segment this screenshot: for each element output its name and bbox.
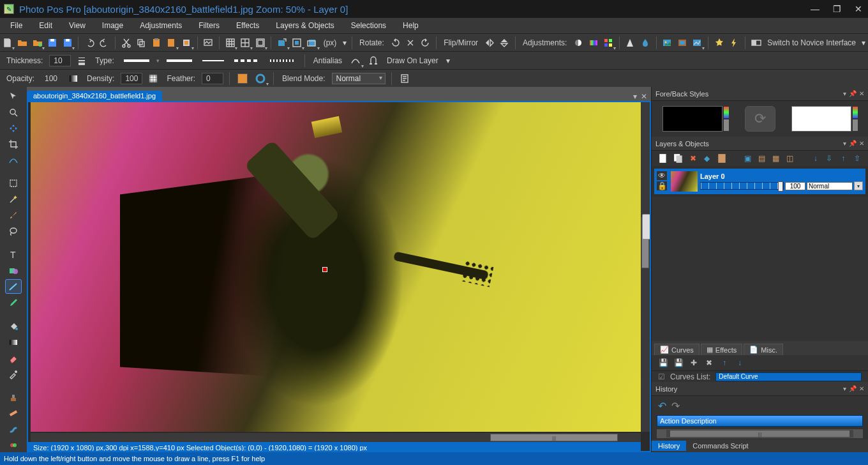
flip-h-button[interactable] <box>483 36 495 50</box>
density-pattern-icon[interactable] <box>146 72 160 86</box>
tool-crop[interactable] <box>6 137 21 151</box>
layer-delete-icon[interactable]: ✖ <box>689 153 698 164</box>
layer-info-icon[interactable]: ◆ <box>703 153 712 164</box>
tool-bucket[interactable] <box>6 319 21 333</box>
resize-canvas-button[interactable] <box>291 36 303 50</box>
fill-radial-icon[interactable] <box>253 72 267 86</box>
curves-down-icon[interactable]: ↓ <box>735 358 745 368</box>
tool-transform[interactable] <box>6 121 21 135</box>
scrollbar-h-thumb[interactable]: ||| <box>490 434 618 441</box>
menu-help[interactable]: Help <box>395 19 426 32</box>
rotate-right-button[interactable] <box>419 36 431 50</box>
layer-blend-select[interactable]: Normal <box>807 182 853 190</box>
linestyle-dash[interactable] <box>231 54 263 68</box>
menu-effects[interactable]: Effects <box>228 19 267 32</box>
tool-clone[interactable] <box>6 391 21 404</box>
tool-wand[interactable] <box>6 193 21 206</box>
history-undo-icon[interactable]: ↶ <box>658 400 666 412</box>
layer-name[interactable]: Layer 0 <box>700 172 863 180</box>
settings-save-icon[interactable] <box>398 72 412 86</box>
frame3-button[interactable] <box>691 36 703 50</box>
tab-dropdown-icon[interactable]: ▾ <box>633 92 637 101</box>
tool-brush[interactable] <box>6 209 21 222</box>
panel-history-header[interactable]: History ▾📌✕ <box>652 382 868 396</box>
panel-foreback-header[interactable]: Fore/Back Styles ▾📌✕ <box>652 87 868 101</box>
copy-button[interactable] <box>135 36 147 50</box>
novice-toggle-icon[interactable] <box>750 36 762 50</box>
layer-top-icon[interactable]: ⇧ <box>853 153 862 164</box>
crop-image-button[interactable] <box>306 36 318 50</box>
screenshot-button[interactable] <box>202 36 214 50</box>
panel-pin-icon[interactable]: 📌 <box>849 140 857 147</box>
menu-layers[interactable]: Layers & Objects <box>268 19 341 32</box>
feather-value[interactable]: 0 <box>202 73 223 84</box>
tool-pen[interactable] <box>6 296 21 309</box>
bottom-tab-history[interactable]: History <box>652 441 686 451</box>
thickness-value[interactable]: 10 <box>49 55 71 66</box>
layer-lock-icon[interactable]: 🔒 <box>657 181 667 190</box>
undo-button[interactable] <box>83 36 95 50</box>
layer-mask-icon[interactable]: ▦ <box>772 153 781 164</box>
fore-style-strip[interactable] <box>724 107 729 118</box>
paste-button[interactable] <box>150 36 162 50</box>
layer-paste-icon[interactable] <box>717 153 727 164</box>
panel-layers-header[interactable]: Layers & Objects ▾📌✕ <box>652 137 868 151</box>
tool-gradient[interactable] <box>6 335 21 349</box>
selection-handle[interactable] <box>322 267 327 272</box>
panel-menu-icon[interactable]: ▾ <box>843 140 846 147</box>
layer-dup-icon[interactable] <box>673 153 684 164</box>
menu-file[interactable]: File <box>3 19 30 32</box>
panel-menu-icon[interactable]: ▾ <box>843 385 846 392</box>
blend-mode-select[interactable]: Normal <box>332 73 385 84</box>
menu-adjustments[interactable]: Adjustments <box>132 19 190 32</box>
close-button[interactable]: ✕ <box>853 3 864 15</box>
tab-close-icon[interactable]: ✕ <box>641 92 647 101</box>
curves-save-icon[interactable]: 💾 <box>658 358 668 368</box>
adj-shadows-button[interactable] <box>624 36 636 50</box>
save-button[interactable] <box>46 36 58 50</box>
tool-effects[interactable] <box>6 439 21 452</box>
swap-colors-button[interactable]: ⟳ <box>745 106 775 132</box>
layer-new-icon[interactable] <box>658 153 668 164</box>
menu-selections[interactable]: Selections <box>343 19 394 32</box>
menu-edit[interactable]: Edit <box>31 19 60 32</box>
tool-line[interactable] <box>6 280 21 293</box>
layer-flatten-icon[interactable]: ▤ <box>758 153 767 164</box>
adj-hue-button[interactable] <box>587 36 599 50</box>
layer-row[interactable]: 👁 🔒 Layer 0 100 Normal ▾ <box>654 169 865 194</box>
panel-menu-icon[interactable]: ▾ <box>843 90 846 97</box>
background-swatch[interactable] <box>791 106 851 132</box>
new-button[interactable] <box>1 36 13 50</box>
fore-style-strip2[interactable] <box>724 119 729 131</box>
menu-filters[interactable]: Filters <box>191 19 227 32</box>
menu-view[interactable]: View <box>61 19 93 32</box>
paste-into-button[interactable] <box>180 36 192 50</box>
subtab-effects[interactable]: ▦ Effects <box>701 344 742 355</box>
antialias-toggle[interactable] <box>348 54 363 68</box>
layer-thumbnail[interactable] <box>671 171 698 192</box>
adj-color-button[interactable] <box>602 36 614 50</box>
document-tab[interactable]: aboutorigin_3840x2160_battlefield1.jpg <box>27 91 162 101</box>
rotate-180-button[interactable] <box>404 36 416 50</box>
layer-down-icon[interactable]: ↓ <box>811 153 820 164</box>
margin-button[interactable] <box>254 36 266 50</box>
tool-text[interactable]: T <box>6 248 21 261</box>
history-redo-icon[interactable]: ↷ <box>671 400 680 412</box>
tool-path[interactable] <box>6 153 21 167</box>
curves-save2-icon[interactable]: 💾 <box>673 358 684 368</box>
scrollbar-horizontal[interactable]: ||| <box>31 433 641 442</box>
layer-group-icon[interactable]: ◫ <box>786 153 795 164</box>
unit-dropdown[interactable]: ▾ <box>341 36 347 50</box>
adj-brightness-button[interactable] <box>572 36 584 50</box>
frame1-button[interactable] <box>661 36 673 50</box>
novice-toggle[interactable]: Switch to Novice Interface <box>765 38 858 47</box>
rotate-left-button[interactable] <box>389 36 401 50</box>
menu-image[interactable]: Image <box>94 19 131 32</box>
tool-eyedrop[interactable] <box>6 367 21 381</box>
panel-pin-icon[interactable]: 📌 <box>849 90 857 97</box>
foreground-swatch[interactable] <box>662 106 722 132</box>
drawon-dropdown[interactable]: ▾ <box>445 54 451 68</box>
history-item[interactable]: Action Description <box>657 415 863 427</box>
panel-close-icon[interactable]: ✕ <box>859 385 864 392</box>
bottom-tab-script[interactable]: Commands Script <box>686 441 754 451</box>
